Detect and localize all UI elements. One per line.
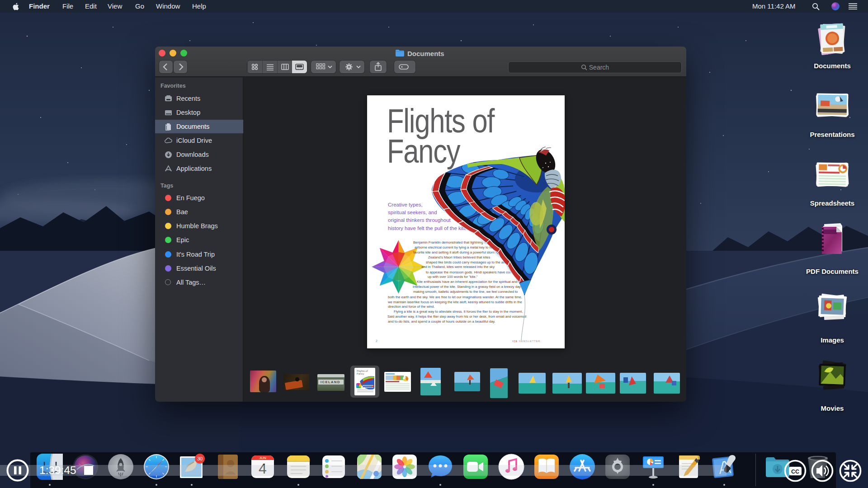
svg-text:30: 30 (197, 456, 203, 461)
svg-text:CC: CC (791, 469, 799, 475)
svg-text:JUN: JUN (259, 456, 266, 460)
